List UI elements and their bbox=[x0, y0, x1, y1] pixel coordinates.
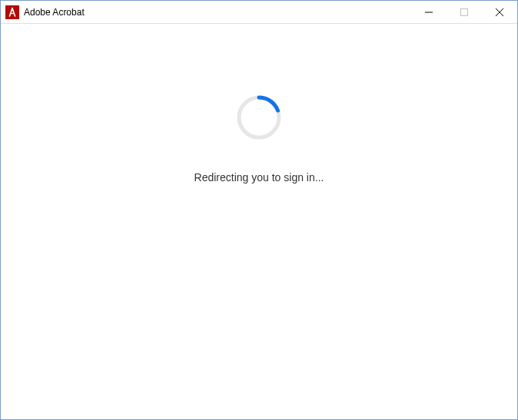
close-button[interactable] bbox=[482, 1, 517, 23]
loading-spinner-icon bbox=[234, 93, 284, 142]
acrobat-icon bbox=[5, 5, 19, 19]
window: Adobe Acrobat bbox=[0, 0, 518, 420]
window-title: Adobe Acrobat bbox=[24, 7, 85, 18]
maximize-button bbox=[447, 1, 482, 23]
minimize-button[interactable] bbox=[411, 1, 447, 23]
content-area: Redirecting you to sign in... bbox=[1, 24, 517, 419]
svg-rect-2 bbox=[461, 8, 468, 15]
titlebar: Adobe Acrobat bbox=[1, 1, 517, 24]
svg-rect-0 bbox=[5, 5, 19, 19]
titlebar-left: Adobe Acrobat bbox=[1, 5, 411, 19]
status-text: Redirecting you to sign in... bbox=[194, 171, 324, 184]
window-controls bbox=[411, 1, 517, 23]
